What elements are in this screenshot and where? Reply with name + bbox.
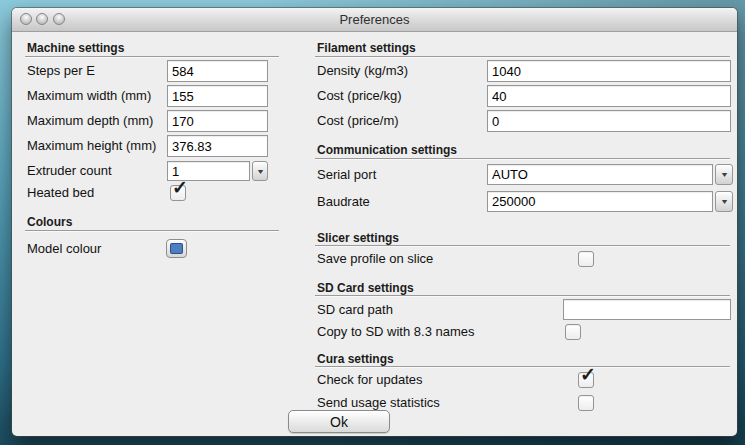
communication-settings-divider [315,158,730,160]
check-updates-label: Check for updates [317,369,423,391]
extruder-count-dropdown-button[interactable]: ▼ [252,161,268,181]
model-colour-swatch [170,243,183,254]
heated-bed-checkbox[interactable]: ✓ [170,185,186,201]
model-colour-button[interactable] [166,239,187,258]
sd-card-settings-header: SD Card settings [317,281,414,295]
save-profile-checkbox[interactable]: ✓ [578,251,594,267]
sd-card-settings-divider [315,295,730,297]
cost-per-m-input[interactable] [487,110,731,132]
sd-card-path-input[interactable] [563,299,731,320]
sd-card-path-label: SD card path [317,299,393,321]
filament-settings-divider [315,56,730,58]
cost-per-m-label: Cost (price/m) [317,110,399,132]
save-profile-label: Save profile on slice [317,248,433,270]
cost-per-kg-input[interactable] [487,85,731,107]
slicer-settings-header: Slicer settings [317,231,399,245]
steps-per-e-input[interactable] [167,60,268,82]
serial-port-dropdown-button[interactable]: ▼ [715,164,733,185]
minimize-button[interactable] [36,13,48,25]
baudrate-label: Baudrate [317,191,370,213]
chevron-down-icon: ▼ [255,168,264,175]
machine-settings-header: Machine settings [27,41,124,55]
steps-per-e-label: Steps per E [27,60,95,82]
cost-per-kg-label: Cost (price/kg) [317,85,402,107]
baudrate-dropdown-button[interactable]: ▼ [715,191,733,212]
serial-port-value: AUTO [487,164,713,185]
checkmark-icon: ✓ [172,178,188,199]
serial-port-select[interactable]: AUTO ▼ [487,164,733,185]
max-depth-label: Maximum depth (mm) [27,110,153,132]
max-height-label: Maximum height (mm) [27,135,156,157]
window-title: Preferences [12,8,737,31]
chevron-down-icon: ▼ [719,171,728,178]
copy-to-sd-label: Copy to SD with 8.3 names [317,321,475,343]
communication-settings-header: Communication settings [317,143,457,157]
colours-header: Colours [27,215,72,229]
extruder-count-label: Extruder count [27,160,112,182]
max-width-label: Maximum width (mm) [27,85,151,107]
model-colour-label: Model colour [27,238,101,260]
usage-stats-checkbox[interactable]: ✓ [578,395,594,411]
check-updates-checkbox[interactable]: ✓ [578,372,594,388]
density-label: Density (kg/m3) [317,60,408,82]
titlebar[interactable]: Preferences [12,8,737,32]
max-width-input[interactable] [167,85,268,107]
chevron-down-icon: ▼ [719,198,728,205]
max-height-input[interactable] [167,135,268,157]
baudrate-value: 250000 [487,191,713,212]
checkmark-icon: ✓ [580,365,596,386]
zoom-button[interactable] [53,13,65,25]
filament-settings-header: Filament settings [317,41,416,55]
slicer-settings-divider [315,245,730,247]
cura-settings-header: Cura settings [317,352,394,366]
baudrate-select[interactable]: 250000 ▼ [487,191,733,212]
max-depth-input[interactable] [167,110,268,132]
close-button[interactable] [20,13,32,25]
cura-settings-divider [315,366,730,368]
ok-button[interactable]: Ok [288,410,390,433]
copy-to-sd-checkbox[interactable]: ✓ [565,324,581,340]
serial-port-label: Serial port [317,164,376,186]
preferences-window: Preferences Machine settings Steps per E… [12,8,737,436]
heated-bed-label: Heated bed [27,182,94,204]
machine-settings-divider [25,56,279,58]
density-input[interactable] [487,60,731,82]
colours-divider [25,230,279,232]
